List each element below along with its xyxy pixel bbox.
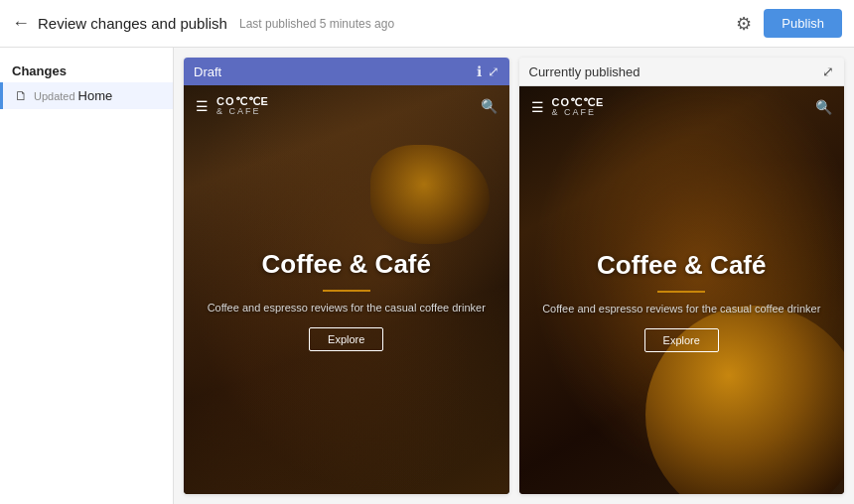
cafe-logo-pub: CO℃℃E & CAFE [552,96,605,118]
published-hero-subtitle: Coffee and espresso reviews for the casu… [542,303,820,315]
published-panel-title: Currently published [529,64,823,79]
search-icon[interactable]: 🔍 [481,98,498,114]
published-panel-header: Currently published ⤢ [519,58,845,86]
draft-panel-title: Draft [194,64,477,79]
updated-badge: Updated [34,90,75,102]
published-preview: ☰ CO℃℃E & CAFE 🔍 Coffee & Café Coffee an… [519,86,845,494]
draft-preview: ☰ CO℃℃E & CAFE 🔍 Coffee & Café Coffee an… [184,85,509,494]
draft-hero: Coffee & Café Coffee and espresso review… [184,127,509,494]
sidebar-section-title: Changes [0,56,173,82]
published-hero: Coffee & Café Coffee and espresso review… [519,128,845,494]
page-title: Review changes and publish [38,15,227,32]
info-icon[interactable]: ℹ [477,63,482,79]
expand-draft-icon[interactable]: ⤢ [488,63,499,79]
main-layout: Changes 🗋 Updated Home Draft ℹ ⤢ ☰ [0,48,854,504]
cafe-logo: CO℃℃E & CAFE [216,95,269,117]
logo-line2-pub: & CAFE [552,108,605,118]
published-navbar: ☰ CO℃℃E & CAFE 🔍 [519,86,845,128]
publish-button[interactable]: Publish [764,9,842,38]
search-icon-pub[interactable]: 🔍 [815,99,832,115]
published-explore-button[interactable]: Explore [644,328,719,352]
logo-line2: & CAFE [216,107,269,117]
hero-divider [323,290,370,292]
draft-navbar: ☰ CO℃℃E & CAFE 🔍 [184,85,509,127]
back-button[interactable]: ← [12,13,30,34]
settings-icon[interactable]: ⚙ [736,13,752,35]
draft-panel-header: Draft ℹ ⤢ [184,58,509,85]
topbar: ← Review changes and publish Last publis… [0,0,854,48]
published-hero-title: Coffee & Café [597,250,766,281]
page-name: Home [78,88,113,103]
menu-icon[interactable]: ☰ [196,98,209,114]
last-published-label: Last published 5 minutes ago [239,17,736,31]
published-panel: Currently published ⤢ ☰ CO℃℃E & CAFE 🔍 [519,58,845,494]
sidebar-item-home[interactable]: 🗋 Updated Home [0,82,173,109]
sidebar: Changes 🗋 Updated Home [0,48,174,504]
menu-icon-pub[interactable]: ☰ [531,99,544,115]
page-icon: 🗋 [15,88,28,103]
draft-panel: Draft ℹ ⤢ ☰ CO℃℃E & CAFE 🔍 [184,58,509,494]
content-area: Draft ℹ ⤢ ☰ CO℃℃E & CAFE 🔍 [174,48,854,504]
hero-divider-pub [657,291,705,293]
draft-explore-button[interactable]: Explore [309,327,383,351]
draft-hero-subtitle: Coffee and espresso reviews for the casu… [208,302,486,314]
draft-hero-title: Coffee & Café [262,249,431,280]
expand-published-icon[interactable]: ⤢ [822,63,834,79]
